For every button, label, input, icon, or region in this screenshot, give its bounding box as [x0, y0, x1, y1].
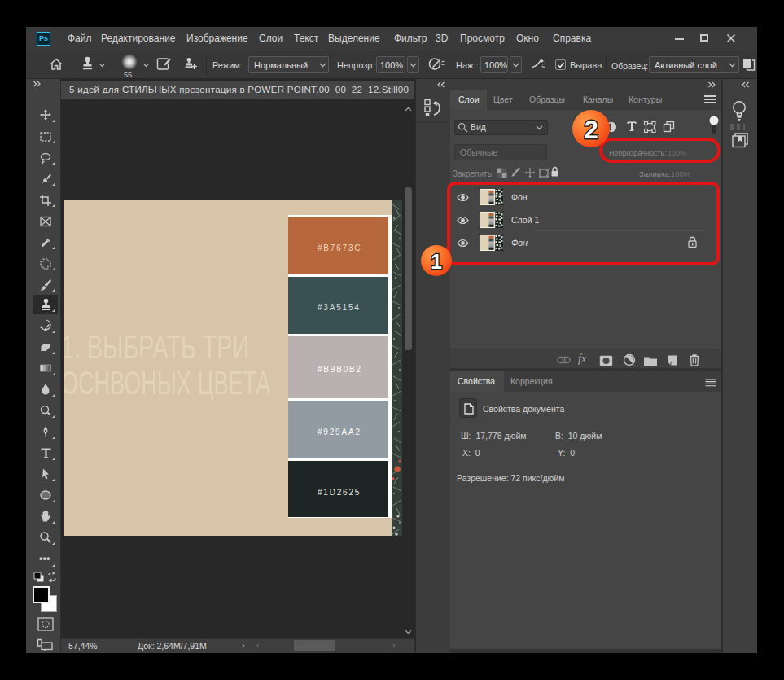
svg-text:2: 2: [584, 116, 598, 144]
svg-text:1: 1: [431, 250, 442, 273]
